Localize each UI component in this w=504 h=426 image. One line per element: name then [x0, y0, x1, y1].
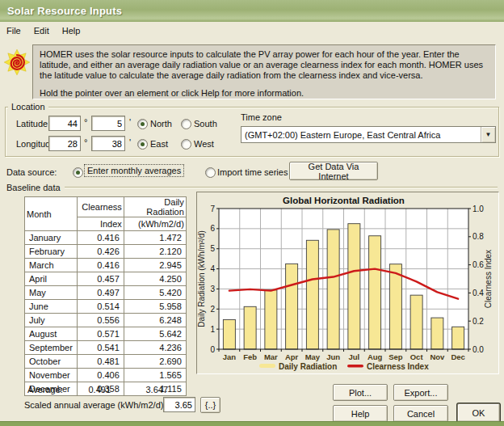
clearness-cell[interactable]: 0.556: [77, 314, 124, 327]
longitude-degrees-input[interactable]: [48, 136, 81, 151]
west-radio[interactable]: [181, 139, 191, 150]
header-clearness-units: Index: [77, 217, 124, 231]
svg-text:0.4: 0.4: [472, 289, 484, 297]
window-title: Solar Resource Inputs: [0, 5, 122, 17]
longitude-minute-symbol: ': [129, 137, 131, 147]
longitude-minutes-input[interactable]: [91, 136, 125, 151]
get-data-via-internet-button[interactable]: Get Data Via Internet: [289, 162, 378, 180]
svg-text:Daily Radiation: Daily Radiation: [279, 362, 337, 371]
month-cell: September: [25, 341, 78, 355]
latitude-degrees-input[interactable]: [48, 116, 81, 131]
month-cell: June: [25, 300, 78, 314]
table-row: January0.4161.472: [25, 231, 187, 245]
svg-text:Clearness Index: Clearness Index: [367, 362, 429, 371]
radiation-cell[interactable]: 2.690: [124, 355, 186, 369]
clearness-cell[interactable]: 0.457: [77, 272, 124, 286]
baseline-etched-line: [65, 187, 498, 188]
latitude-minutes-input[interactable]: [91, 116, 125, 131]
svg-text:1.0: 1.0: [472, 205, 484, 213]
svg-text:0: 0: [210, 345, 215, 354]
svg-text:Daily Radiation (kWh/m²/d): Daily Radiation (kWh/m²/d): [197, 230, 206, 327]
timezone-label: Time zone: [241, 112, 282, 122]
export-button[interactable]: Export...: [393, 384, 448, 401]
south-label[interactable]: South: [194, 119, 217, 129]
scaled-annual-average-input[interactable]: [163, 397, 195, 412]
plot-button[interactable]: Plot...: [333, 384, 388, 401]
west-label[interactable]: West: [194, 139, 214, 149]
clearness-cell[interactable]: 0.541: [77, 341, 124, 355]
svg-text:7: 7: [210, 205, 215, 213]
radiation-cell[interactable]: 2.120: [124, 245, 186, 259]
solar-resource-inputs-dialog: Solar Resource Inputs File Edit Help HOM…: [0, 0, 504, 426]
month-cell: March: [25, 259, 78, 272]
clearness-cell[interactable]: 0.416: [77, 231, 124, 245]
clearness-cell[interactable]: 0.406: [77, 369, 124, 382]
clearness-cell[interactable]: 0.481: [77, 355, 124, 369]
menu-edit[interactable]: Edit: [27, 23, 56, 38]
clearness-cell[interactable]: 0.497: [77, 286, 124, 300]
ok-button[interactable]: OK: [457, 403, 500, 422]
svg-text:Jun: Jun: [326, 352, 340, 361]
window-bottom-border: [0, 421, 504, 426]
month-cell: July: [25, 314, 78, 327]
menu-file[interactable]: File: [0, 23, 27, 38]
help-button[interactable]: Help: [333, 405, 388, 422]
timezone-select[interactable]: (GMT+02:00) Eastern Europe, East Central…: [241, 126, 496, 143]
radiation-cell[interactable]: 2.945: [124, 259, 186, 272]
svg-text:May: May: [305, 352, 321, 361]
table-row: April0.4574.250: [25, 272, 187, 286]
latitude-degree-symbol: °: [84, 117, 87, 127]
latitude-label: Latitude: [16, 119, 48, 129]
month-cell: January: [25, 231, 78, 245]
clearness-cell[interactable]: 0.571: [77, 327, 124, 341]
cancel-button[interactable]: Cancel: [393, 405, 448, 422]
svg-text:Global Horizontal Radiation: Global Horizontal Radiation: [283, 196, 405, 205]
svg-text:Clearness Index: Clearness Index: [484, 250, 493, 308]
import-time-series-radio[interactable]: [205, 167, 216, 178]
dropdown-arrow-icon[interactable]: ▼: [481, 127, 495, 142]
svg-text:0.8: 0.8: [472, 232, 484, 241]
average-label: Average:: [27, 385, 63, 394]
enter-monthly-averages-radio[interactable]: [73, 167, 83, 178]
svg-text:1: 1: [210, 325, 215, 334]
title-bar[interactable]: Solar Resource Inputs: [0, 0, 504, 22]
average-clearness-value: 0.491: [69, 385, 111, 394]
clearness-cell[interactable]: 0.416: [77, 259, 124, 272]
latitude-minute-symbol: ': [129, 117, 131, 127]
svg-text:Jan: Jan: [223, 352, 237, 361]
help-hint-text: Hold the pointer over an element or clic…: [40, 88, 489, 99]
radiation-cell[interactable]: 5.958: [124, 300, 186, 314]
radiation-cell[interactable]: 1.565: [124, 369, 186, 382]
east-radio[interactable]: [137, 139, 148, 150]
radiation-cell[interactable]: 1.472: [124, 231, 186, 245]
svg-text:Feb: Feb: [243, 352, 257, 361]
radiation-cell[interactable]: 4.250: [124, 272, 186, 286]
radiation-cell[interactable]: 5.642: [124, 327, 186, 341]
south-radio[interactable]: [181, 119, 191, 129]
table-row: February0.4262.120: [25, 245, 187, 259]
svg-text:3: 3: [210, 285, 215, 293]
menu-bar: File Edit Help: [0, 22, 504, 39]
enter-monthly-averages-label[interactable]: Enter monthly averages: [84, 164, 184, 177]
radiation-cell[interactable]: 4.236: [124, 341, 186, 355]
global-horizontal-radiation-chart: 012345670.00.20.40.60.81.0JanFebMarAprMa…: [197, 192, 498, 373]
header-month: Month: [25, 197, 78, 231]
sensitivity-values-button[interactable]: {..}: [200, 397, 220, 413]
svg-text:Aug: Aug: [368, 352, 383, 361]
north-radio[interactable]: [137, 119, 148, 129]
table-row: November0.4061.565: [25, 369, 187, 382]
east-label[interactable]: East: [150, 139, 168, 149]
table-row: August0.5715.642: [25, 327, 187, 341]
svg-text:Sep: Sep: [388, 352, 403, 361]
menu-help[interactable]: Help: [56, 23, 87, 38]
radiation-cell[interactable]: 5.420: [124, 286, 186, 300]
clearness-cell[interactable]: 0.514: [77, 300, 124, 314]
table-row: March0.4162.945: [25, 259, 187, 272]
radiation-cell[interactable]: 6.248: [124, 314, 186, 327]
month-cell: October: [25, 355, 78, 369]
table-row: July0.5566.248: [25, 314, 187, 327]
svg-text:4: 4: [210, 264, 215, 273]
clearness-cell[interactable]: 0.426: [77, 245, 124, 259]
month-cell: November: [25, 369, 78, 382]
north-label[interactable]: North: [150, 119, 172, 129]
